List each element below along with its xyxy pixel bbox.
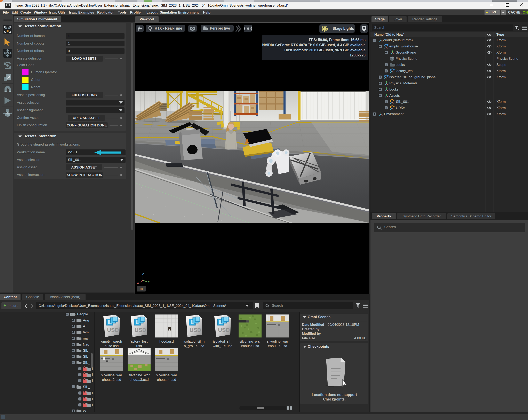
- svg-text:USD: USD: [107, 327, 119, 333]
- svg-text:USD: USD: [190, 327, 201, 333]
- svg-text:X: X: [137, 281, 139, 284]
- svg-text:Y: Y: [148, 280, 150, 284]
- svg-text:USD: USD: [134, 327, 146, 333]
- svg-text:Z: Z: [142, 273, 144, 276]
- svg-text:USD: USD: [218, 327, 230, 333]
